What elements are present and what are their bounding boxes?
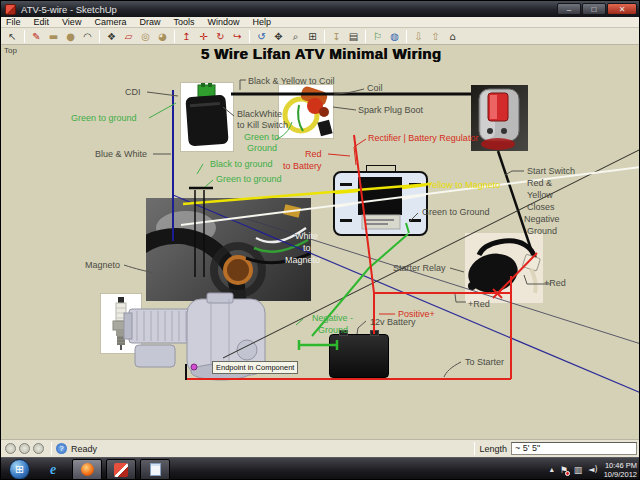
- firefox-icon: [81, 463, 94, 476]
- taskbar-item-notepad[interactable]: [140, 459, 170, 480]
- toggle-terrain-tool-icon[interactable]: ▤: [345, 29, 362, 44]
- label-blue-and-white: Blue & White: [95, 149, 147, 159]
- circle-tool-icon[interactable]: ●: [62, 29, 79, 44]
- menu-edit[interactable]: Edit: [34, 17, 50, 27]
- internet-explorer-icon: e: [50, 462, 56, 478]
- leader-line-green: [205, 180, 213, 187]
- start-button[interactable]: ⊞: [9, 459, 30, 480]
- label-plus-red-left: +Red: [468, 299, 490, 309]
- share-models-tool-icon[interactable]: ⇧: [427, 29, 444, 44]
- label-magneto: Magneto: [85, 260, 120, 270]
- push-pull-tool-icon[interactable]: ↥: [178, 29, 195, 44]
- menu-draw[interactable]: Draw: [139, 17, 160, 27]
- orbit-tool-icon[interactable]: ↺: [253, 29, 270, 44]
- endpoint-tooltip: Endpoint in Component: [212, 361, 298, 374]
- taskbar-clock[interactable]: 10:46 PM 10/9/2012: [604, 461, 637, 479]
- windows-taskbar: ⊞ e ▴ ⚑ ▥ ◄) 10:46 PM 10/9/2012: [1, 457, 640, 480]
- leader-line-green: [197, 164, 203, 174]
- credits-icon[interactable]: [33, 443, 44, 454]
- sketchup-icon: [114, 463, 128, 477]
- label-yellow-to-magneto: Yellow to Magneto: [427, 180, 500, 190]
- leader-line: [444, 362, 461, 377]
- taskbar-item-ie[interactable]: e: [38, 459, 68, 480]
- leader-line: [240, 80, 246, 90]
- leader-line-green: [149, 103, 176, 118]
- warehouse-tool-icon[interactable]: ⌂: [444, 29, 461, 44]
- label-black-yellow-to-coil: Black & Yellow to Coil: [248, 76, 335, 86]
- wiring-diagram-svg[interactable]: [1, 45, 640, 439]
- zoom-tool-icon[interactable]: ⌕: [287, 29, 304, 44]
- ground-bar-green[interactable]: [299, 340, 337, 350]
- menu-help[interactable]: Help: [252, 17, 271, 27]
- model-canvas[interactable]: Top 5 Wire Lifan ATV Minimal Wiring: [1, 45, 640, 439]
- wire-yellow-magneto[interactable]: [183, 184, 431, 204]
- make-component-tool-icon[interactable]: ❖: [103, 29, 120, 44]
- label-start-switch-3: Yellow: [527, 190, 553, 200]
- leader-line: [505, 171, 524, 175]
- menu-tools[interactable]: Tools: [173, 17, 194, 27]
- wire-red-battery[interactable]: [354, 135, 374, 334]
- get-models-tool-icon[interactable]: ⇩: [410, 29, 427, 44]
- label-blackwhite: BlackWhite: [237, 109, 282, 119]
- label-cdi: CDI: [125, 87, 141, 97]
- get-current-view-tool-icon[interactable]: ↧: [328, 29, 345, 44]
- arc-tool-icon[interactable]: ◠: [79, 29, 96, 44]
- label-plus-red-right: +Red: [544, 278, 566, 288]
- measurement-input[interactable]: ~ 5' 5": [511, 442, 637, 455]
- minimize-button[interactable]: –: [557, 3, 581, 15]
- menu-view[interactable]: View: [62, 17, 81, 27]
- line-tool-icon[interactable]: ✎: [28, 29, 45, 44]
- leader-line: [223, 107, 234, 116]
- label-green-to-ground-rectifier: Green to Ground: [422, 207, 490, 217]
- close-button[interactable]: ✕: [607, 3, 637, 15]
- menu-file[interactable]: File: [6, 17, 21, 27]
- sketchup-window: ATV-5-wire - SketchUp – □ ✕ File Edit Vi…: [0, 0, 640, 480]
- select-tool-icon[interactable]: ↖: [4, 29, 21, 44]
- label-green-to: Green to: [244, 132, 279, 142]
- pan-tool-icon[interactable]: ✥: [270, 29, 287, 44]
- offset-tool-icon[interactable]: ↪: [229, 29, 246, 44]
- diagram-title: 5 Wire Lifan ATV Minimal Wiring: [201, 45, 441, 62]
- toolbar-separator: [99, 30, 100, 43]
- clock-date: 10/9/2012: [604, 470, 637, 479]
- zoom-extents-tool-icon[interactable]: ⊞: [304, 29, 321, 44]
- label-white-1: White: [295, 231, 318, 241]
- menu-bar: File Edit View Camera Draw Tools Window …: [1, 17, 640, 28]
- rectangle-tool-icon[interactable]: ▬: [45, 29, 62, 44]
- label-negative-ground: Ground: [318, 325, 348, 335]
- taskbar-item-sketchup[interactable]: [106, 459, 136, 480]
- paint-bucket-tool-icon[interactable]: ◕: [154, 29, 171, 44]
- help-icon[interactable]: ?: [56, 443, 67, 454]
- tray-expand-icon[interactable]: ▴: [550, 465, 554, 474]
- leader-line: [455, 294, 466, 302]
- component-endpoint-dot[interactable]: [191, 364, 197, 370]
- add-location-tool-icon[interactable]: ⚐: [369, 29, 386, 44]
- photo-textures-tool-icon[interactable]: ◍: [386, 29, 403, 44]
- label-spark-plug-boot: Spark Plug Boot: [358, 105, 423, 115]
- eraser-tool-icon[interactable]: ▱: [120, 29, 137, 44]
- rotate-tool-icon[interactable]: ↻: [212, 29, 229, 44]
- label-start-switch-5: Negative: [524, 214, 560, 224]
- claim-credit-icon[interactable]: [19, 443, 30, 454]
- action-center-flag-icon[interactable]: ⚑: [560, 465, 568, 475]
- taskbar-item-firefox[interactable]: [72, 459, 102, 480]
- label-start-switch-2: Red &: [527, 178, 552, 188]
- statusbar-separator: [474, 442, 475, 455]
- label-black-to-ground: Black to ground: [210, 159, 273, 169]
- label-red: Red: [305, 149, 322, 159]
- notepad-icon: [150, 463, 161, 476]
- leader-line: [124, 265, 153, 273]
- speaker-icon[interactable]: ◄): [588, 465, 597, 474]
- maximize-button[interactable]: □: [582, 3, 606, 15]
- geolocation-icon[interactable]: [5, 443, 16, 454]
- move-tool-icon[interactable]: ✛: [195, 29, 212, 44]
- network-icon[interactable]: ▥: [574, 465, 583, 475]
- status-bar: ? Ready Length ~ 5' 5": [1, 439, 640, 457]
- leader-line: [409, 213, 418, 222]
- label-starter-relay: Starter Relay: [393, 263, 446, 273]
- toolbar-separator: [324, 30, 325, 43]
- menu-camera[interactable]: Camera: [94, 17, 126, 27]
- menu-window[interactable]: Window: [207, 17, 239, 27]
- tape-measure-tool-icon[interactable]: ◎: [137, 29, 154, 44]
- toolbar-separator: [249, 30, 250, 43]
